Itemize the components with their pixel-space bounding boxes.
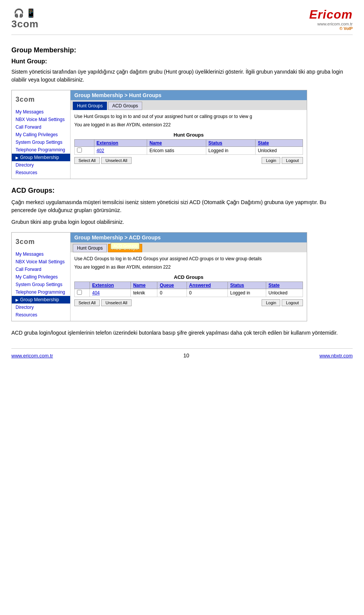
sidebar2-item-calling-priv[interactable]: My Calling Privileges: [12, 273, 70, 281]
acd-col-answered[interactable]: Answered: [187, 282, 228, 289]
section3: ACD gruba login/logout işlemlerinin tele…: [11, 329, 353, 337]
acd-row-status: Logged in: [228, 289, 266, 297]
col-checkbox: [75, 140, 94, 147]
screenshot1-topbar: Group Membership > Hunt Groups: [71, 90, 307, 100]
col-extension[interactable]: Extension: [94, 140, 147, 147]
acd-tooltip: ACD Groups: [111, 242, 140, 249]
acd-row-checkbox[interactable]: [77, 290, 82, 295]
section1-sub-hunt: Hunt Group:: [11, 58, 353, 65]
acd-col-queue[interactable]: Queue: [157, 282, 187, 289]
section3-para: ACD gruba login/logout işlemlerinin tele…: [11, 329, 353, 337]
screenshot2-info1: Use ACD Groups to log in to ACD Groups y…: [74, 255, 303, 262]
screenshot2-info2: You are logged in as ilker AYDIN, extens…: [74, 264, 303, 271]
row-name: Ericom satis: [147, 147, 206, 155]
acd-row-name: teknik: [131, 289, 157, 297]
screenshot1-tabs: Hunt Groups ACD Groups: [71, 100, 307, 110]
hunt-groups-table-title: Hunt Groups: [74, 132, 303, 138]
sidebar2-item-resources[interactable]: Resources: [12, 311, 70, 319]
acd-login-button[interactable]: Login: [262, 299, 280, 306]
phone-icon: 📱: [26, 8, 36, 18]
acd-groups-table-title: ACD Groups: [74, 274, 303, 280]
sidebar2-item-directory[interactable]: Directory: [12, 304, 70, 311]
screenshot1-container: 3com My Messages NBX Voice Mail Settings…: [11, 90, 307, 179]
unselect-all-button[interactable]: Unselect All: [101, 157, 131, 164]
sidebar1-item-group-membership[interactable]: Group Membership: [12, 154, 70, 161]
acd-extension-link[interactable]: 404: [92, 290, 100, 296]
col-status[interactable]: Status: [206, 140, 255, 147]
acd-logout-button[interactable]: Logout: [282, 299, 303, 306]
row-checkbox-cell: [75, 147, 94, 155]
hunt-groups-table-wrapper: Hunt Groups Extension Name Status State: [74, 132, 303, 164]
footer-left-url[interactable]: www.ericom.com.tr: [11, 353, 53, 359]
screenshot2-inner: Use ACD Groups to log in to ACD Groups y…: [71, 252, 307, 313]
select-all-button[interactable]: Select All: [74, 157, 100, 164]
screenshot1-inner: Use Hunt Groups to log in to and out of …: [71, 110, 307, 171]
acd-row-extension: 404: [89, 289, 130, 297]
footer-page-num: 10: [183, 352, 189, 359]
screenshot2-sidebar: 3com My Messages NBX Voice Mail Settings…: [12, 233, 71, 321]
section-acd-groups: ACD Groups: Çağrı merkezi uygulamasında …: [11, 187, 353, 226]
screenshot1-info1: Use Hunt Groups to log in to and out of …: [74, 113, 303, 120]
hunt-groups-table: Extension Name Status State 402 Eri: [74, 139, 303, 155]
page-header: 🎧 📱 3com Ericom www.ericom.com.tr © VoIP: [11, 8, 353, 35]
section2-para2: Grubun tikini atıp gruba login logout ol…: [11, 218, 353, 226]
tab1-acd-groups[interactable]: ACD Groups: [108, 102, 142, 110]
logo-3com: 🎧 📱 3com: [11, 8, 39, 30]
sidebar2-item-telephone[interactable]: Telephone Programming: [12, 288, 70, 296]
col-state[interactable]: State: [255, 140, 303, 147]
sidebar2-item-nbx[interactable]: NBX Voice Mail Settings: [12, 258, 70, 266]
sidebar1-item-my-messages[interactable]: My Messages: [12, 108, 70, 116]
sidebar1-item-call-forward[interactable]: Call Forward: [12, 123, 70, 131]
logo-ericom: Ericom www.ericom.com.tr © VoIP: [309, 8, 353, 31]
row-checkbox[interactable]: [77, 148, 82, 153]
acd-row-state: Unlocked: [266, 289, 303, 297]
tab2-acd-groups[interactable]: ACD Groups ACD Groups: [108, 244, 142, 252]
tab1-hunt-groups[interactable]: Hunt Groups: [73, 102, 107, 110]
table-row: 404 teknik 0 0 Logged in Unlocked: [75, 289, 303, 297]
tab2-hunt-groups[interactable]: Hunt Groups: [73, 244, 107, 252]
acd-col-extension[interactable]: Extension: [89, 282, 130, 289]
acd-col-name[interactable]: Name: [131, 282, 157, 289]
acd-row-answered: 0: [187, 289, 228, 297]
headset-icon: 🎧: [14, 8, 24, 18]
sidebar2-item-my-messages[interactable]: My Messages: [12, 250, 70, 258]
sidebar1-item-resources[interactable]: Resources: [12, 169, 70, 176]
sidebar1-item-directory[interactable]: Directory: [12, 161, 70, 169]
acd-unselect-all-button[interactable]: Unselect All: [101, 299, 131, 306]
acd-select-all-button[interactable]: Select All: [74, 299, 100, 306]
screenshot2-main: Group Membership > ACD Groups Hunt Group…: [71, 233, 307, 321]
section2-title: ACD Groups:: [11, 187, 353, 195]
acd-row-queue: 0: [157, 289, 187, 297]
sidebar2-item-call-forward[interactable]: Call Forward: [12, 266, 70, 273]
sidebar2-logo: 3com: [12, 235, 70, 250]
acd-col-status[interactable]: Status: [228, 282, 266, 289]
screenshot2-tabs: Hunt Groups ACD Groups ACD Groups: [71, 242, 307, 252]
extension-link[interactable]: 402: [97, 148, 104, 153]
row-extension: 402: [94, 147, 147, 155]
sidebar2-item-group-membership[interactable]: Group Membership: [12, 296, 70, 304]
login-button[interactable]: Login: [262, 157, 280, 164]
sidebar1-item-telephone[interactable]: Telephone Programming: [12, 146, 70, 154]
ericom-brand-text: Ericom: [309, 8, 353, 22]
sidebar1-item-calling-priv[interactable]: My Calling Privileges: [12, 131, 70, 138]
acd-col-checkbox: [75, 282, 90, 289]
acd-groups-btn-row: Select All Unselect All Login Logout: [74, 299, 303, 306]
screenshot1-info2: You are logged in as ilker AYDIN, extens…: [74, 121, 303, 128]
section1-para1: Sistem yöneticisi tarafından üye yapıldı…: [11, 68, 353, 84]
sidebar2-item-group-settings[interactable]: System Group Settings: [12, 281, 70, 288]
footer-right-url[interactable]: www.nbxtr.com: [320, 353, 353, 359]
col-name[interactable]: Name: [147, 140, 206, 147]
screenshot1-sidebar: 3com My Messages NBX Voice Mail Settings…: [12, 90, 71, 179]
sidebar1-item-group-settings[interactable]: System Group Settings: [12, 138, 70, 146]
logout-button[interactable]: Logout: [282, 157, 303, 164]
sidebar1-item-nbx[interactable]: NBX Voice Mail Settings: [12, 116, 70, 123]
row-status: Logged in: [206, 147, 255, 155]
voip-badge: © VoIP: [309, 26, 353, 31]
section-group-membership: Group Membership: Hunt Group: Sistem yön…: [11, 46, 353, 84]
acd-groups-table: Extension Name Queue Answered Status Sta…: [74, 282, 303, 297]
acd-col-state[interactable]: State: [266, 282, 303, 289]
acd-groups-table-wrapper: ACD Groups Extension Name Queue Answered…: [74, 274, 303, 306]
screenshot2-container: 3com My Messages NBX Voice Mail Settings…: [11, 232, 307, 321]
logo-3com-text: 3com: [11, 18, 39, 30]
hunt-groups-btn-row: Select All Unselect All Login Logout: [74, 157, 303, 164]
